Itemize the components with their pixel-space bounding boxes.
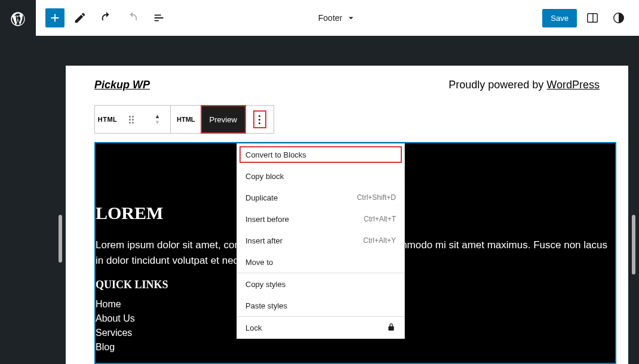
block-options-menu: Convert to Blocks Copy block Duplicate C… (236, 143, 405, 339)
block-mode-segment: HTML Preview (171, 106, 246, 133)
block-options-button[interactable] (246, 106, 274, 133)
undo-button[interactable] (96, 7, 117, 29)
drag-handle[interactable] (120, 106, 145, 133)
template-name: Footer (318, 13, 342, 23)
move-arrows[interactable]: ▴▾ (145, 106, 170, 133)
menu-insert-after[interactable]: Insert after Ctrl+Alt+Y (237, 230, 404, 251)
wordpress-link[interactable]: WordPress (546, 79, 600, 91)
editor-canvas-wrap: Pickup WP Proudly powered by WordPress H… (36, 36, 639, 364)
menu-insert-before[interactable]: Insert before Ctrl+Alt+T (237, 208, 404, 230)
menu-move-to[interactable]: Move to (237, 251, 404, 273)
menu-copy-styles[interactable]: Copy styles (237, 273, 404, 295)
preview-tab[interactable]: Preview (201, 106, 245, 133)
chevron-down-icon (346, 13, 357, 23)
block-toolbar: HTML ▴▾ HTML Preview (94, 105, 274, 134)
wordpress-logo-icon[interactable] (10, 11, 26, 30)
scrollbar-left[interactable] (59, 215, 62, 263)
menu-lock[interactable]: Lock (237, 317, 404, 338)
toolbar-right-group: Save (542, 7, 629, 29)
svg-rect-0 (588, 14, 598, 23)
editor-canvas: Pickup WP Proudly powered by WordPress H… (66, 66, 628, 364)
template-selector[interactable]: Footer (318, 13, 357, 23)
lock-icon (386, 322, 396, 334)
app-root: Footer Save Pickup WP Proud (0, 0, 639, 364)
save-button[interactable]: Save (542, 9, 577, 27)
block-type-segment: HTML ▴▾ (95, 106, 171, 133)
menu-duplicate[interactable]: Duplicate Ctrl+Shift+D (237, 187, 404, 208)
settings-panel-button[interactable] (582, 7, 603, 29)
block-type-icon[interactable]: HTML (95, 106, 120, 133)
menu-paste-styles[interactable]: Paste styles (237, 295, 404, 316)
add-block-button[interactable] (45, 8, 64, 27)
html-tab[interactable]: HTML (171, 106, 201, 133)
more-vertical-icon (259, 115, 260, 124)
menu-convert-to-blocks[interactable]: Convert to Blocks (237, 144, 404, 165)
menu-copy-block[interactable]: Copy block (237, 165, 404, 187)
admin-sidebar (0, 0, 36, 364)
main-area: Footer Save Pickup WP Proud (36, 0, 639, 364)
site-title-link[interactable]: Pickup WP (94, 79, 150, 91)
powered-by-text: Proudly powered by WordPress (448, 79, 600, 91)
tools-button[interactable] (69, 7, 91, 29)
footer-template-header: Pickup WP Proudly powered by WordPress (66, 66, 628, 91)
top-toolbar: Footer Save (36, 0, 639, 36)
list-view-button[interactable] (148, 7, 170, 29)
scrollbar-right[interactable] (632, 215, 635, 274)
styles-button[interactable] (608, 7, 629, 29)
list-item: Blog (96, 340, 615, 354)
toolbar-left-group (45, 7, 170, 29)
redo-button[interactable] (122, 7, 143, 29)
